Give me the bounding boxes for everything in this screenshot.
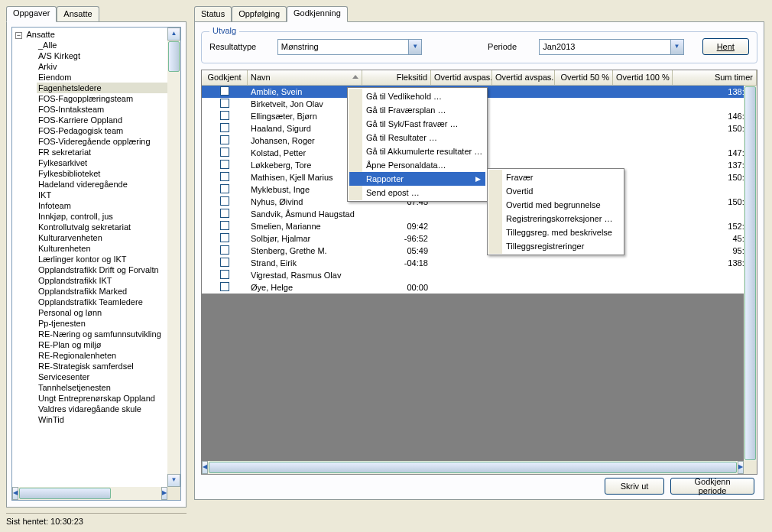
scroll-left-icon[interactable]: [12, 487, 18, 500]
scroll-up-icon[interactable]: [167, 28, 180, 41]
tab-oppgaver[interactable]: Oppgaver: [6, 6, 57, 22]
hscroll-thumb[interactable]: [19, 488, 111, 499]
menu-item[interactable]: Rapporter▶: [349, 172, 485, 186]
col-overtid-avspas-2[interactable]: Overtid avspas.: [492, 70, 555, 85]
grid-horizontal-scrollbar[interactable]: [202, 461, 744, 474]
menu-item[interactable]: Tilleggsreg. med beskrivelse: [489, 225, 622, 239]
hent-button[interactable]: Hent: [702, 38, 749, 55]
tree-item[interactable]: Personal og lønn: [37, 307, 180, 318]
scroll-right-icon[interactable]: [738, 461, 744, 474]
tree-item[interactable]: FOS-Inntaksteam: [37, 104, 180, 115]
approve-checkbox[interactable]: [220, 111, 229, 120]
col-fleksitid[interactable]: Fleksitid: [362, 70, 431, 85]
tree-item[interactable]: Fagenhetsledere: [37, 83, 180, 93]
table-row[interactable]: Strand, Eirik-04:18138:12: [202, 257, 757, 269]
tree-item[interactable]: Ungt Entreprenørskap Oppland: [37, 393, 180, 404]
tree-item[interactable]: FOS-Fagopplæringsteam: [37, 93, 180, 104]
tree-item[interactable]: Servicesenter: [37, 371, 180, 382]
approve-checkbox[interactable]: [220, 172, 229, 181]
approve-checkbox[interactable]: [220, 135, 229, 144]
tree-item[interactable]: A/S Kirkegt: [37, 50, 180, 61]
menu-item[interactable]: Tilleggsregistreringer: [489, 239, 622, 253]
tree-item[interactable]: FOS-Pedagogisk team: [37, 125, 180, 136]
scroll-right-icon[interactable]: [161, 487, 167, 500]
tree-item[interactable]: Tannhelsetjenesten: [37, 382, 180, 393]
tree-item[interactable]: Lærlinger kontor og IKT: [37, 254, 180, 264]
approve-checkbox[interactable]: [220, 99, 229, 108]
menu-item[interactable]: Send epost …: [349, 186, 485, 200]
approve-checkbox[interactable]: [220, 123, 229, 132]
approve-checkbox[interactable]: [220, 282, 229, 291]
tree-item[interactable]: _Alle: [37, 40, 180, 50]
tree-horizontal-scrollbar[interactable]: [12, 487, 167, 500]
tab-godkjenning[interactable]: Godkjenning: [287, 6, 348, 22]
menu-item[interactable]: Gå til Akkumulerte resultater …: [349, 144, 485, 158]
godkjenn-periode-button[interactable]: Godkjenn periode: [670, 478, 754, 495]
table-row[interactable]: Vigrestad, Rasmus Olav: [202, 269, 757, 281]
col-sum-timer[interactable]: Sum timer: [673, 70, 757, 85]
tab-ansatte[interactable]: Ansatte: [57, 6, 99, 21]
menu-item[interactable]: Gå til Resultater …: [349, 131, 485, 144]
tree-item[interactable]: Infoteam: [37, 200, 180, 211]
col-overtid-50[interactable]: Overtid 50 %: [555, 70, 613, 85]
menu-item[interactable]: Registreringskorreksjoner …: [489, 212, 622, 225]
tree-item[interactable]: Opplandstrafikk Marked: [37, 286, 180, 297]
table-row[interactable]: Stenberg, Grethe M.05:4995:49: [202, 245, 757, 257]
tree-item[interactable]: RE-Strategisk samferdsel: [37, 361, 180, 371]
skriv-ut-button[interactable]: Skriv ut: [605, 478, 664, 495]
tree-item[interactable]: Arkiv: [37, 61, 180, 72]
tree-item[interactable]: Fylkesarkivet: [37, 157, 180, 168]
approve-checkbox[interactable]: [220, 86, 229, 96]
menu-item[interactable]: Gå til Syk/Fast fravær …: [349, 117, 485, 131]
tree-item[interactable]: RE-Regionalenheten: [37, 350, 180, 361]
grid-vertical-scrollbar[interactable]: [744, 86, 757, 461]
tree-item[interactable]: Kulturarvenheten: [37, 232, 180, 243]
tree-item[interactable]: Eiendom: [37, 72, 180, 83]
approve-checkbox[interactable]: [220, 184, 229, 193]
tree-root[interactable]: − Ansatte: [15, 29, 180, 40]
tree-item[interactable]: RE-Plan og miljø: [37, 339, 180, 350]
menu-item[interactable]: Overtid med begrunnelse: [489, 198, 622, 212]
tab-oppfolging[interactable]: Oppfølging: [232, 6, 287, 21]
tree-item[interactable]: Fylkesbiblioteket: [37, 168, 180, 179]
tree-item[interactable]: FR sekretariat: [37, 147, 180, 157]
periode-combo[interactable]: Jan2013: [539, 39, 683, 55]
approve-checkbox[interactable]: [220, 245, 229, 255]
approve-checkbox[interactable]: [220, 258, 229, 267]
grid-hscroll-thumb[interactable]: [209, 462, 737, 473]
menu-item[interactable]: Overtid: [489, 184, 622, 198]
tree-collapse-icon[interactable]: −: [15, 32, 22, 39]
tree-item[interactable]: Hadeland videregående: [37, 179, 180, 190]
col-overtid-100[interactable]: Overtid 100 %: [613, 70, 673, 85]
grid-vscroll-thumb[interactable]: [744, 86, 756, 460]
menu-item[interactable]: Åpne Personaldata…: [349, 158, 485, 172]
col-godkjent[interactable]: Godkjent: [202, 70, 248, 85]
tree-item[interactable]: Opplandstrafikk IKT: [37, 275, 180, 286]
tree-item[interactable]: Pp-tjenesten: [37, 318, 180, 329]
tree-item[interactable]: Kontrollutvalg sekretariat: [37, 222, 180, 232]
scroll-thumb[interactable]: [168, 41, 180, 72]
table-row[interactable]: Øye, Helge00:00: [202, 281, 757, 294]
tree-vertical-scrollbar[interactable]: [167, 28, 180, 487]
approve-checkbox[interactable]: [220, 160, 229, 169]
table-row[interactable]: Sandvik, Åsmund Haugstad: [202, 208, 757, 220]
table-row[interactable]: Solbjør, Hjalmar-96:5245:38: [202, 232, 757, 245]
tree-item[interactable]: FOS-Videregående opplæring: [37, 136, 180, 147]
resultattype-combo[interactable]: Mønstring: [277, 39, 422, 55]
scroll-down-icon[interactable]: [167, 474, 180, 487]
tree-item[interactable]: Opplandstrafikk Teamledere: [37, 297, 180, 307]
scroll-left-icon[interactable]: [202, 461, 208, 474]
approve-checkbox[interactable]: [220, 233, 229, 242]
tree-item[interactable]: Opplandstrafikk Drift og Forvaltn: [37, 264, 180, 275]
approve-checkbox[interactable]: [220, 221, 229, 230]
menu-item[interactable]: Gå til Fraværsplan …: [349, 103, 485, 117]
menu-item[interactable]: Fravær: [489, 170, 622, 184]
approve-checkbox[interactable]: [220, 270, 229, 279]
approve-checkbox[interactable]: [220, 196, 229, 206]
approve-checkbox[interactable]: [220, 148, 229, 157]
tree-item[interactable]: Innkjøp, controll, jus: [37, 211, 180, 222]
tree-item[interactable]: Valdres vidaregåande skule: [37, 404, 180, 414]
tree-item[interactable]: WinTid: [37, 414, 180, 425]
chevron-down-icon[interactable]: [408, 40, 421, 54]
tab-status[interactable]: Status: [194, 6, 232, 21]
